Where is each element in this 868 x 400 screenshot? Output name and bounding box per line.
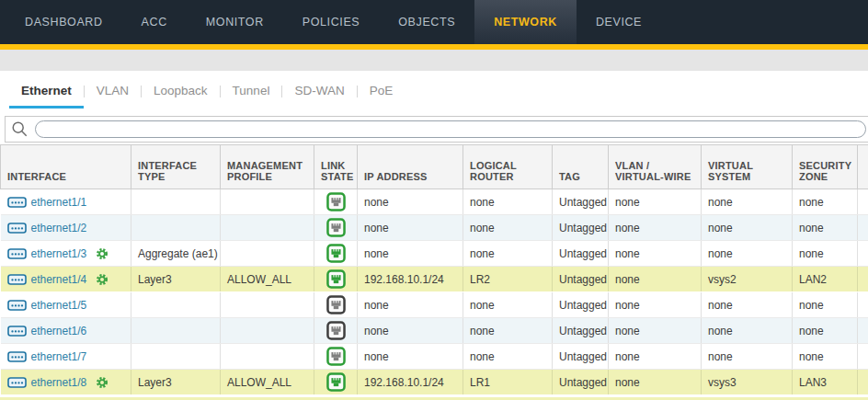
cell-security-zone: none — [793, 344, 858, 370]
cell-tag: Untagged — [553, 189, 609, 215]
cell-security-zone: none — [793, 215, 858, 241]
cell-ip-address: none — [358, 215, 463, 241]
cell-logical-router: none — [463, 318, 553, 344]
cell-link-state — [314, 370, 358, 395]
cell-overflow — [858, 189, 868, 215]
nav-item-network[interactable]: NETWORK — [474, 0, 577, 44]
table-body: ethernet1/1nonenoneUntaggednonenonenonee… — [1, 189, 868, 395]
tab-sd-wan[interactable]: SD-WAN — [282, 80, 356, 109]
link-state-up-idle-icon — [326, 192, 346, 211]
column-header-interface-type[interactable]: INTERFACE TYPE — [131, 145, 221, 189]
nav-item-monitor[interactable]: MONITOR — [187, 0, 283, 44]
nav-item-objects[interactable]: OBJECTS — [379, 0, 474, 44]
interface-link[interactable]: ethernet1/6 — [31, 325, 87, 337]
column-header-vlan-virtual-wire[interactable]: VLAN / VIRTUAL-WIRE — [609, 145, 702, 189]
cell-ip-address: none — [358, 292, 463, 318]
cell-tag: Untagged — [553, 318, 609, 344]
tab-vlan[interactable]: VLAN — [85, 80, 141, 109]
column-header-management-profile[interactable]: MANAGEMENT PROFILE — [221, 145, 314, 189]
cell-interface: ethernet1/4 — [1, 267, 131, 292]
cell-tag: Untagged — [553, 215, 609, 241]
cell-overflow — [858, 344, 868, 370]
column-header-virtual-system[interactable]: VIRTUAL SYSTEM — [702, 145, 793, 189]
tab-poe[interactable]: PoE — [358, 80, 405, 109]
cell-link-state — [314, 267, 358, 292]
ethernet-port-icon — [7, 247, 27, 260]
gear-icon — [96, 247, 108, 260]
ethernet-port-icon — [7, 273, 27, 286]
link-state-down-icon — [326, 321, 346, 340]
tab-tunnel[interactable]: Tunnel — [221, 80, 282, 109]
tab-ethernet[interactable]: Ethernet — [9, 80, 84, 109]
nav-item-acc[interactable]: ACC — [122, 0, 187, 44]
table-row: ethernet1/6nonenoneUntaggednonenonenone — [1, 318, 868, 344]
cell-ip-address: none — [358, 318, 463, 344]
link-state-up-icon — [326, 372, 346, 392]
tab-loopback[interactable]: Loopback — [142, 80, 220, 109]
cell-logical-router: none — [463, 344, 553, 370]
cell-virtual-system: none — [702, 344, 793, 370]
ethernet-port-icon — [7, 299, 27, 312]
interfaces-table: INTERFACEINTERFACE TYPEMANAGEMENT PROFIL… — [0, 144, 868, 395]
table-row: ethernet1/7nonenoneUntaggednonenonenone — [1, 344, 868, 370]
cell-security-zone: none — [793, 241, 858, 267]
nav-item-device[interactable]: DEVICE — [577, 0, 661, 44]
interface-link[interactable]: ethernet1/3 — [31, 247, 87, 260]
interface-link[interactable]: ethernet1/7 — [31, 350, 87, 363]
interface-link[interactable]: ethernet1/5 — [31, 299, 87, 312]
search-input[interactable] — [35, 120, 866, 138]
nav-item-policies[interactable]: POLICIES — [283, 0, 379, 44]
table-row: ethernet1/4Layer3ALLOW_ALL192.168.10.1/2… — [1, 267, 868, 292]
cell-management-profile — [221, 215, 314, 241]
table-header-row: INTERFACEINTERFACE TYPEMANAGEMENT PROFIL… — [1, 145, 868, 189]
cell-interface-type — [131, 318, 221, 344]
cell-link-state — [314, 189, 358, 215]
toolbar-band — [0, 50, 868, 71]
column-header-interface[interactable]: INTERFACE — [1, 145, 131, 189]
table-row-partial — [0, 395, 868, 400]
interface-link[interactable]: ethernet1/2 — [31, 222, 87, 234]
gear-icon — [96, 376, 108, 389]
column-header-logical-router[interactable]: LOGICAL ROUTER — [463, 145, 553, 189]
cell-vlan-virtual-wire: none — [609, 267, 702, 292]
column-header-security-zone[interactable]: SECURITY ZONE — [793, 145, 858, 189]
interface-link[interactable]: ethernet1/8 — [31, 376, 87, 389]
nav-item-dashboard[interactable]: DASHBOARD — [6, 0, 122, 44]
cell-interface-type: Layer3 — [131, 267, 221, 292]
cell-management-profile — [221, 292, 314, 318]
cell-logical-router: LR2 — [463, 267, 553, 292]
link-state-down-icon — [326, 295, 346, 314]
cell-logical-router: LR1 — [463, 370, 553, 395]
column-header-link-state[interactable]: LINK STATE — [314, 145, 358, 189]
cell-security-zone: LAN2 — [793, 267, 858, 292]
cell-link-state — [314, 292, 358, 318]
interface-link[interactable]: ethernet1/1 — [31, 196, 87, 209]
cell-interface: ethernet1/3 — [1, 241, 131, 267]
cell-ip-address: 192.168.10.1/24 — [358, 267, 463, 292]
column-header-ip-address[interactable]: IP ADDRESS — [358, 145, 463, 189]
top-nav: DASHBOARDACCMONITORPOLICIESOBJECTSNETWOR… — [0, 0, 868, 44]
ethernet-port-icon — [7, 350, 27, 363]
cell-link-state — [314, 318, 358, 344]
cell-interface: ethernet1/5 — [1, 292, 131, 318]
link-state-up-idle-icon — [326, 347, 346, 366]
cell-vlan-virtual-wire: none — [609, 241, 702, 267]
cell-vlan-virtual-wire: none — [609, 344, 702, 370]
cell-virtual-system: none — [702, 318, 793, 344]
interface-link[interactable]: ethernet1/4 — [31, 273, 87, 286]
cell-vlan-virtual-wire: none — [609, 189, 702, 215]
search-box — [5, 116, 868, 143]
cell-interface: ethernet1/2 — [1, 215, 131, 241]
column-header-overflow — [858, 145, 868, 189]
panos-network-ethernet-page: DASHBOARDACCMONITORPOLICIESOBJECTSNETWOR… — [0, 0, 868, 400]
table-row: ethernet1/1nonenoneUntaggednonenonenone — [1, 189, 868, 215]
cell-overflow — [858, 215, 868, 241]
cell-tag: Untagged — [553, 292, 609, 318]
cell-security-zone: none — [793, 318, 858, 344]
cell-tag: Untagged — [553, 267, 609, 292]
cell-link-state — [314, 215, 358, 241]
cell-tag: Untagged — [553, 241, 609, 267]
column-header-tag[interactable]: TAG — [553, 145, 609, 189]
cell-vlan-virtual-wire: none — [609, 318, 702, 344]
cell-security-zone: none — [793, 189, 858, 215]
